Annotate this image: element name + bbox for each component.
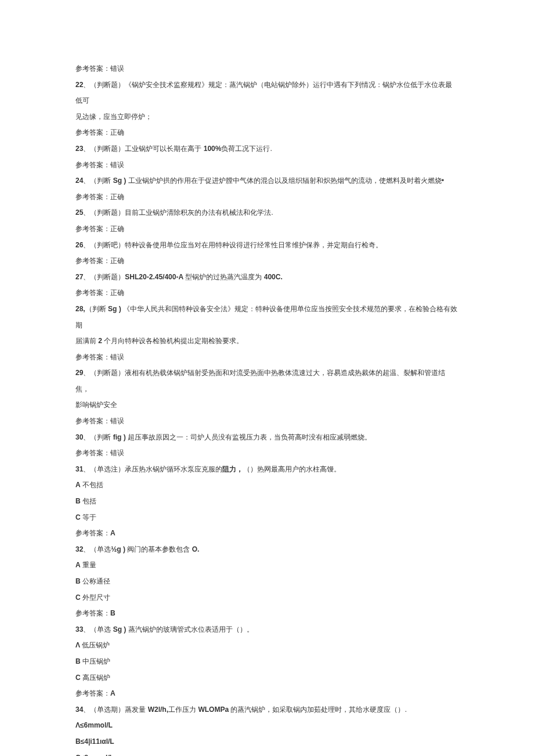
text-span: 参考答案： [75, 529, 110, 537]
text-span: B [110, 609, 116, 617]
text-span: 个月向特种设各检验机构提出定期检验要求。 [102, 337, 243, 345]
text-span: 等于 [81, 513, 96, 521]
text-line: 29、（判断题）液相有机热载体锅炉辐射受热面和对流受热面中热教体流速过大，容易造… [75, 365, 459, 397]
text-line: 26、（判断吧）特种设备使用单位应当对在用特种设得进行经常性日常维护保养，并定期… [75, 237, 459, 254]
text-line: 32、（单选½g ) 阀门的基本参数包含 O. [75, 542, 459, 558]
text-span: C [75, 674, 81, 682]
text-line: 见边缘，应当立即停炉； [75, 109, 459, 125]
text-span: 的蒸汽锅炉，如采取锅内加茹处理时，其给水硬度应（）. [229, 705, 407, 714]
text-line: C 高压锅炉 [75, 670, 459, 686]
text-line: 参考答案：A [75, 686, 459, 702]
text-line: B 中压锅炉 [75, 654, 459, 670]
text-span: 参考答案： [75, 609, 110, 617]
document-page: 参考答案：错误22、（判断题）《锅炉安全技术监察规程》规定：蒸汽锅炉（电站锅炉除… [0, 0, 534, 756]
text-span: B [75, 497, 81, 505]
text-line: Λ 低压锅炉 [75, 638, 459, 654]
text-span: 届满前 [75, 337, 98, 345]
text-span: Λ [75, 641, 80, 649]
text-span: B [75, 577, 81, 585]
text-span: 、（判断题）液相有机热载体锅炉辐射受热面和对流受热面中热教体流速过大，容易造成热… [75, 369, 445, 393]
text-line: 参考答案：正确 [75, 253, 459, 269]
text-span: 、（单选期）蒸发量 [83, 705, 147, 714]
text-line: Λ≤6mmol/L [75, 718, 459, 734]
text-span: O. [192, 545, 200, 553]
text-span: Sg ) [108, 305, 121, 313]
text-span: 、（单选注）承压热水锅炉循环水泵应克服的 [83, 465, 222, 473]
text-span: A [110, 689, 116, 697]
text-span: 参考答案： [75, 689, 110, 697]
text-span: 高压锅炉 [81, 674, 110, 682]
text-line: 参考答案：A [75, 525, 459, 542]
text-span: 中压锅炉 [81, 657, 110, 665]
text-span: 《中华人民共和国特种设备安全法》规定：特种设备使用单位应当按照安全技术规范的要求… [75, 305, 457, 329]
text-span: 、（判断吧）特种设备使用单位应当对在用特种设得进行经常性日常维护保养，并定期自行… [83, 241, 383, 249]
text-span: 负荷工况下运行. [221, 145, 272, 153]
text-span: Λ≤6mmol/L [75, 721, 113, 729]
text-span: 超压事故原因之一：司炉人员没有监视压力表，当负荷高时没有相应减弱燃烧。 [126, 433, 371, 441]
text-span: 低压锅炉 [80, 641, 110, 649]
text-span: B≤4|i11ιαl/L [75, 737, 114, 746]
text-line: 22、（判断题）《锅炉安全技术监察规程》规定：蒸汽锅炉（电站锅炉除外）运行中遇有… [75, 77, 459, 109]
text-line: 参考答案：错误 [75, 350, 459, 366]
text-line: 参考答案：正确 [75, 189, 459, 206]
text-span: 400C. [264, 273, 283, 281]
text-span: 34 [75, 705, 83, 714]
text-span: 型锅炉的过热蒸汽温度为 [183, 273, 264, 281]
text-line: B 包括 [75, 494, 459, 510]
text-span: 22 [75, 81, 83, 89]
text-span: 30 [75, 433, 83, 441]
text-line: C 外型尺寸 [75, 590, 459, 606]
text-span: Sg ) [113, 177, 127, 185]
text-span: 29 [75, 369, 83, 377]
document-content: 参考答案：错误22、（判断题）《锅炉安全技术监察规程》规定：蒸汽锅炉（电站锅炉除… [75, 61, 459, 756]
text-line: B≤4|i11ιαl/L [75, 734, 459, 750]
text-line: 25、（判断题）目前工业锅炉清除积灰的办法有机械法和化学法. [75, 205, 459, 221]
text-line: 届满前 2 个月向特种设各检验机构提出定期检验要求。 [75, 333, 459, 350]
text-line: B 公称通径 [75, 574, 459, 590]
text-span: fig ) [113, 433, 126, 441]
text-line: 24、（判断 Sg ) 工业锅炉炉拱的作用在于促进炉膛中气体的混合以及组织辐射和… [75, 173, 459, 189]
text-span: 23 [75, 145, 83, 153]
text-span: W2l/h, [148, 705, 168, 714]
text-span: 、（判断题）《锅炉安全技术监察规程》规定：蒸汽锅炉（电站锅炉除外）运行中遇有下列… [75, 81, 452, 105]
text-line: 参考答案：错误 [75, 445, 459, 462]
text-span: 100% [204, 145, 222, 153]
text-span: C [75, 513, 81, 521]
text-span: （）热网最高用户的水柱高馒。 [243, 465, 341, 473]
text-line: C 等于 [75, 510, 459, 526]
text-line: 31、（单选注）承压热水锅炉循环水泵应克服的阻力，（）热网最高用户的水柱高馒。 [75, 462, 459, 478]
text-span: Sg ) [113, 625, 127, 633]
text-line: 30、（判断 fig ) 超压事故原因之一：司炉人员没有监视压力表，当负荷高时没… [75, 430, 459, 446]
text-line: 参考答案：正确 [75, 221, 459, 237]
text-span: 、（单选 [83, 625, 113, 633]
text-span: 25 [75, 208, 83, 217]
text-span: 、（判断题）工业锅炉可以长期在高于 [83, 145, 203, 153]
text-span: 外型尺寸 [81, 593, 110, 602]
text-span: 工作压力 [168, 705, 198, 714]
text-span: 24 [75, 177, 83, 185]
text-span: A [75, 481, 81, 489]
text-span: C≤8πιmυl/L [75, 754, 114, 756]
text-span: 公称通径 [81, 577, 110, 585]
text-span: 蒸汽锅炉的玻璃管式水位表适用于（）。 [126, 625, 253, 633]
text-span: 27 [75, 273, 83, 281]
text-span: 、（判断题）目前工业锅炉清除积灰的办法有机械法和化学法. [83, 208, 273, 217]
text-line: 28,（判断 Sg ) 《中华人民共和国特种设备安全法》规定：特种设备使用单位应… [75, 301, 459, 333]
text-span: 阀门的基本参数包含 [125, 545, 192, 553]
text-span: 、（单选 [83, 545, 111, 553]
text-line: 参考答案：错误 [75, 157, 459, 174]
text-span: 、（判断 [83, 177, 113, 185]
text-span: C [75, 593, 81, 602]
text-span: 28, [75, 305, 85, 313]
text-line: 参考答案：错误 [75, 61, 459, 77]
text-span: 、（判断 [83, 433, 113, 441]
text-span: 32 [75, 545, 83, 553]
text-span: 26 [75, 241, 83, 249]
text-span: 工业锅炉炉拱的作用在于促进炉膛中气体的混合以及组织辐射和炽热烟气的流动，使燃料及… [126, 177, 444, 185]
text-line: 参考答案：正确 [75, 125, 459, 141]
text-span: A [110, 529, 116, 537]
text-line: 参考答案：B [75, 606, 459, 622]
text-line: C≤8πιmυl/L [75, 750, 459, 756]
text-span: 包括 [81, 497, 96, 505]
text-span: A [75, 561, 81, 569]
